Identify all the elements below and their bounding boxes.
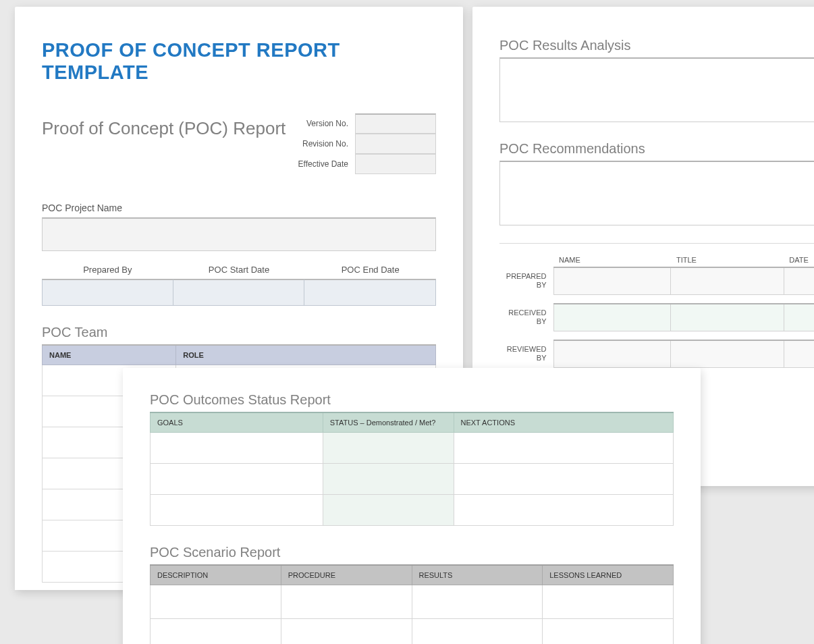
reviewed-date-input[interactable]: [784, 340, 814, 367]
team-header-role: ROLE: [176, 345, 436, 365]
scenario-header-results: RESULTS: [412, 565, 543, 585]
meta-table: Version No. Revision No. Effective Date: [298, 113, 436, 174]
outcomes-title: POC Outcomes Status Report: [150, 392, 674, 408]
sign-header-title: TITLE: [671, 253, 784, 267]
revision-label: Revision No.: [298, 134, 355, 154]
outcomes-table: GOALS STATUS – Demonstrated / Met? NEXT …: [150, 412, 674, 526]
results-textarea[interactable]: [499, 57, 814, 122]
prepared-by-label: Prepared By: [42, 261, 173, 279]
received-date-input[interactable]: [784, 304, 814, 331]
status-input[interactable]: [323, 464, 454, 495]
team-section-title: POC Team: [42, 325, 436, 340]
procedure-input[interactable]: [281, 585, 412, 619]
received-by-rowlabel: RECEIVED BY: [499, 304, 553, 331]
received-title-input[interactable]: [671, 304, 784, 331]
project-name-label: POC Project Name: [42, 203, 436, 213]
team-header-name: NAME: [43, 345, 176, 365]
triple-row: Prepared By POC Start Date POC End Date: [42, 261, 436, 306]
header-row: Proof of Concept (POC) Report Version No…: [42, 113, 436, 174]
goals-input[interactable]: [151, 433, 323, 464]
table-row: [151, 619, 674, 645]
reviewed-by-rowlabel: REVIEWED BY: [499, 340, 553, 367]
procedure-input[interactable]: [281, 619, 412, 645]
table-row: [151, 585, 674, 619]
effective-date-input[interactable]: [355, 154, 436, 174]
table-row: [151, 433, 674, 464]
scenario-header-procedure: PROCEDURE: [281, 565, 412, 585]
prepared-title-input[interactable]: [671, 267, 784, 294]
prepared-by-input[interactable]: [42, 279, 173, 306]
end-date-input[interactable]: [304, 279, 436, 306]
start-date-label: POC Start Date: [173, 261, 305, 279]
next-actions-input[interactable]: [454, 495, 674, 526]
status-input[interactable]: [323, 433, 454, 464]
recommendations-title: POC Recommendations: [499, 141, 814, 157]
effective-date-label: Effective Date: [298, 154, 355, 174]
goals-input[interactable]: [151, 495, 323, 526]
outcomes-header-status: STATUS – Demonstrated / Met?: [323, 412, 454, 433]
version-input[interactable]: [355, 113, 436, 134]
lessons-input[interactable]: [543, 619, 674, 645]
scenario-title: POC Scenario Report: [150, 545, 674, 560]
end-date-label: POC End Date: [304, 261, 436, 279]
scenario-header-description: DESCRIPTION: [151, 565, 281, 585]
divider: [499, 243, 814, 244]
results-input[interactable]: [412, 585, 543, 619]
description-input[interactable]: [151, 585, 281, 619]
reviewed-name-input[interactable]: [553, 340, 671, 367]
sign-header-date: DATE: [784, 253, 814, 267]
next-actions-input[interactable]: [454, 464, 674, 495]
page-3: POC Outcomes Status Report GOALS STATUS …: [123, 368, 701, 644]
project-name-input[interactable]: [42, 217, 436, 251]
prepared-date-input[interactable]: [784, 267, 814, 294]
scenario-header-lessons: LESSONS LEARNED: [543, 565, 674, 585]
outcomes-header-goals: GOALS: [151, 412, 323, 433]
next-actions-input[interactable]: [454, 433, 674, 464]
description-input[interactable]: [151, 619, 281, 645]
results-title: POC Results Analysis: [499, 38, 814, 53]
revision-input[interactable]: [355, 134, 436, 154]
document-title: PROOF OF CONCEPT REPORT TEMPLATE: [42, 39, 436, 84]
sign-header-name: NAME: [553, 253, 671, 267]
outcomes-header-next: NEXT ACTIONS: [454, 412, 674, 433]
scenario-table: DESCRIPTION PROCEDURE RESULTS LESSONS LE…: [150, 564, 674, 644]
status-input[interactable]: [323, 495, 454, 526]
reviewed-title-input[interactable]: [671, 340, 784, 367]
results-input[interactable]: [412, 619, 543, 645]
start-date-input[interactable]: [173, 279, 305, 306]
prepared-by-rowlabel: PREPARED BY: [499, 267, 553, 294]
received-name-input[interactable]: [553, 304, 671, 331]
recommendations-textarea[interactable]: [499, 161, 814, 225]
prepared-name-input[interactable]: [553, 267, 671, 294]
lessons-input[interactable]: [543, 585, 674, 619]
table-row: [151, 495, 674, 526]
table-row: [151, 464, 674, 495]
goals-input[interactable]: [151, 464, 323, 495]
version-label: Version No.: [298, 113, 355, 134]
signoff-table: NAME TITLE DATE PREPARED BY RECEIVED BY …: [499, 253, 814, 368]
document-subtitle: Proof of Concept (POC) Report: [42, 117, 292, 140]
